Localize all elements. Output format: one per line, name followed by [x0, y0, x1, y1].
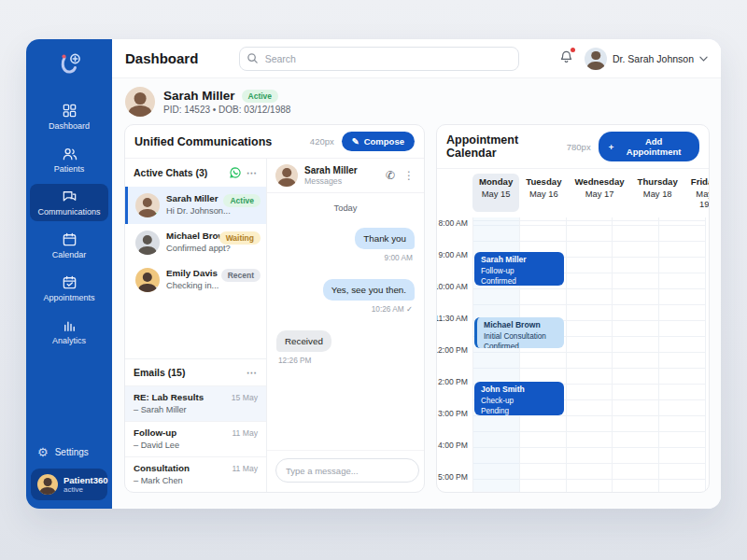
email-date: 15 May: [232, 393, 258, 402]
read-check-icon: ✓: [406, 304, 413, 314]
app-name: Patient360: [63, 475, 108, 485]
day-cell-wednesday[interactable]: Wednesday May 17: [568, 174, 630, 212]
chat-name: Emily Davis: [166, 268, 218, 278]
appointments-calendar-icon: [62, 274, 78, 290]
email-item[interactable]: Consultation 11 May – Mark Chen: [125, 456, 266, 492]
message-outgoing: Yes, see you then. 10:26 AM ✓: [276, 279, 415, 328]
message-time: 10:26 AM ✓: [372, 304, 413, 314]
chat-list-column: Active Chats (3) ⋯: [125, 159, 267, 492]
chat-preview: Checking in...: [166, 281, 218, 290]
chat-preview: Confirmed appt?: [166, 244, 231, 253]
dashboard-grid-icon: [62, 103, 78, 119]
gear-icon: ⚙: [37, 446, 49, 458]
user-profile-menu[interactable]: Dr. Sarah Johnson: [585, 48, 708, 70]
sidebar-item-patients[interactable]: Patients: [30, 141, 108, 178]
time-label: 11:30 AM: [436, 314, 468, 323]
conversation-menu-icon[interactable]: ⋮: [403, 170, 416, 181]
email-sender: – Mark Chen: [134, 476, 258, 485]
user-name: Dr. Sarah Johnson: [613, 53, 694, 64]
calendar-grid: 8:00 AM 9:00 AM 10:00 AM 11:30 AM 12:00 …: [437, 217, 709, 492]
notifications-button[interactable]: [559, 49, 573, 67]
message-time: 9:00 AM: [385, 253, 413, 262]
unified-communications-panel: Unified Communications 420px ✎ Compose A…: [124, 124, 425, 493]
sidebar-item-label: Patients: [54, 164, 85, 174]
message-bubble: Received: [276, 330, 331, 352]
emails-header: Emails (15): [134, 367, 185, 378]
call-icon[interactable]: ✆: [386, 169, 395, 182]
pencil-icon: ✎: [352, 136, 359, 147]
conversation-subtitle: Messages: [304, 176, 358, 186]
chat-avatar: [135, 231, 160, 255]
analytics-bars-icon: [62, 317, 78, 333]
chat-status-badge: Recent: [221, 269, 261, 282]
chat-status-badge: Waiting: [219, 231, 261, 245]
sidebar-item-communications[interactable]: Communications: [30, 184, 108, 221]
day-cell-tuesday[interactable]: Tuesday May 16: [519, 174, 568, 212]
day-divider: Today: [276, 203, 415, 213]
panel-width-label: 780px: [567, 142, 591, 152]
sidebar-item-settings[interactable]: ⚙ Settings: [26, 440, 112, 465]
sidebar-item-appointments[interactable]: Appointments: [30, 270, 108, 307]
app-logo[interactable]: [53, 50, 85, 82]
top-bar: Dashboard Dr. Sarah Johnson: [112, 39, 721, 78]
appointment-john-smith[interactable]: John Smith Check-up Pending: [474, 382, 564, 415]
message-bubble: Thank you: [355, 228, 415, 249]
day-cell-thursday[interactable]: Thursday May 18: [631, 174, 684, 212]
email-item[interactable]: RE: Lab Results 15 May – Sarah Miller: [125, 385, 266, 421]
chevron-down-icon: [699, 56, 708, 62]
sidebar-item-dashboard[interactable]: Dashboard: [30, 98, 108, 135]
patient-meta: PID: 14523 • DOB: 03/12/1988: [163, 105, 290, 115]
email-subject: Consultation: [134, 463, 190, 473]
message-outgoing: Thank you 9:00 AM: [276, 228, 415, 276]
whatsapp-icon[interactable]: [229, 166, 242, 179]
communications-chat-icon: [62, 189, 78, 204]
time-label: 3:00 PM: [438, 409, 468, 418]
message-bubble: Yes, see you then.: [323, 279, 415, 301]
add-appointment-button[interactable]: + Add Appointment: [599, 132, 699, 161]
message-thread: Today Thank you 9:00 AM Yes, see you the…: [267, 193, 424, 450]
chat-item-emily-davis[interactable]: Emily Davis Checking in... Recent: [125, 261, 266, 299]
day-cell-monday[interactable]: Monday May 15: [472, 174, 519, 212]
chat-name: Sarah Miller: [166, 193, 231, 203]
message-incoming: Received 12:26 PM: [276, 330, 415, 379]
appointment-sarah-miller[interactable]: Sarah Miller Follow-up Confirmed: [474, 252, 564, 286]
emails-menu-icon[interactable]: ⋯: [247, 368, 258, 378]
email-subject: RE: Lab Results: [134, 392, 204, 402]
content-row: Unified Communications 420px ✎ Compose A…: [112, 124, 721, 509]
patient-status-badge: Active: [242, 90, 279, 103]
sidebar-item-label: Calendar: [52, 250, 87, 259]
chat-item-sarah-miller[interactable]: Sarah Miller Hi Dr. Johnson... Active: [125, 187, 266, 224]
app-window: Dashboard Patients Communications Calend…: [26, 39, 721, 509]
email-sender: – Sarah Miller: [134, 405, 258, 414]
sidebar-item-calendar[interactable]: Calendar: [30, 227, 108, 264]
time-label: 8:00 AM: [438, 218, 468, 228]
time-label: 4:00 PM: [438, 441, 468, 450]
conversation-name: Sarah Miller: [304, 165, 358, 175]
sidebar-item-label: Analytics: [52, 336, 86, 345]
patients-people-icon: [62, 146, 78, 161]
conversation-avatar: [275, 164, 298, 187]
day-cell-friday[interactable]: Friday May 19: [684, 174, 710, 212]
chats-menu-icon[interactable]: ⋯: [247, 168, 258, 178]
panel-width-label: 420px: [310, 136, 334, 147]
active-chats-header: Active Chats (3): [134, 167, 207, 178]
app-status: active: [63, 485, 108, 494]
appointment-calendar-panel: Appointment Calendar 780px + Add Appoint…: [436, 124, 710, 493]
search-box: [239, 47, 519, 71]
compose-button[interactable]: ✎ Compose: [342, 132, 415, 151]
away-status-dot: [154, 287, 160, 292]
sidebar-item-label: Dashboard: [49, 121, 90, 131]
email-item[interactable]: Follow-up 11 May – David Lee: [125, 421, 266, 456]
time-label: 2:00 PM: [438, 377, 468, 386]
appointment-michael-brown[interactable]: Michael Brown Initial Consultation Confi…: [474, 317, 564, 348]
app-account-card[interactable]: Patient360 active: [31, 469, 107, 500]
message-input[interactable]: [275, 458, 419, 483]
communications-title: Unified Communications: [134, 135, 272, 148]
time-gutter: 8:00 AM 9:00 AM 10:00 AM 11:30 AM 12:00 …: [437, 217, 472, 492]
chat-item-michael-brown[interactable]: Michael Brown Confirmed appt? Waiting: [125, 224, 266, 261]
sidebar-item-analytics[interactable]: Analytics: [30, 313, 108, 350]
time-label: 10:00 AM: [436, 282, 468, 291]
search-input[interactable]: [239, 47, 519, 71]
chat-status-badge: Active: [223, 194, 261, 207]
online-status-dot: [154, 212, 160, 217]
